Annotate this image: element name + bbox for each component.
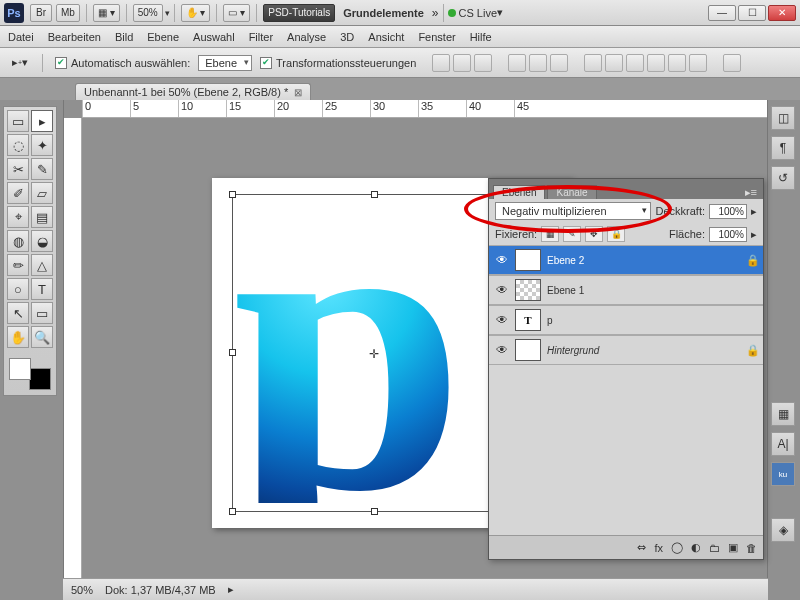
dist-4-icon[interactable] xyxy=(647,54,665,72)
tab-kanaele[interactable]: Kanäle xyxy=(547,185,596,199)
menu-datei[interactable]: Datei xyxy=(8,31,34,43)
fg-swatch[interactable] xyxy=(9,358,31,380)
menu-3d[interactable]: 3D xyxy=(340,31,354,43)
layer-mask-icon[interactable]: ◯ xyxy=(671,541,683,554)
menu-analyse[interactable]: Analyse xyxy=(287,31,326,43)
tool-wand[interactable]: ✦ xyxy=(31,134,53,156)
dist-1-icon[interactable] xyxy=(584,54,602,72)
transform-box[interactable]: ✛ xyxy=(232,194,518,512)
align-vcenter-icon[interactable] xyxy=(453,54,471,72)
layer-row[interactable]: 👁PEbene 2🔒 xyxy=(489,245,763,275)
more-arrow-icon[interactable]: » xyxy=(432,6,439,20)
auto-align-icon[interactable] xyxy=(723,54,741,72)
layer-thumb[interactable] xyxy=(515,339,541,361)
color-swatches[interactable] xyxy=(7,356,53,392)
transform-controls-checkbox[interactable]: ✔Transformationssteuerungen xyxy=(260,57,416,69)
lock-all-icon[interactable]: 🔒 xyxy=(607,226,625,242)
close-tab-icon[interactable]: ⊠ xyxy=(294,87,302,98)
align-hcenter-icon[interactable] xyxy=(529,54,547,72)
document-tab[interactable]: Unbenannt-1 bei 50% (Ebene 2, RGB/8) * ⊠ xyxy=(75,83,311,100)
status-zoom[interactable]: 50% xyxy=(71,584,93,596)
menu-bearbeiten[interactable]: Bearbeiten xyxy=(48,31,101,43)
layer-thumb[interactable]: T xyxy=(515,309,541,331)
visibility-icon[interactable]: 👁 xyxy=(489,253,515,267)
menu-ansicht[interactable]: Ansicht xyxy=(368,31,404,43)
handle-bl[interactable] xyxy=(229,508,236,515)
close-button[interactable]: ✕ xyxy=(768,5,796,21)
fill-field[interactable]: 100% xyxy=(709,227,747,242)
view-mode-button[interactable]: ▦ ▾ xyxy=(93,4,120,22)
dist-5-icon[interactable] xyxy=(668,54,686,72)
tool-type[interactable]: T xyxy=(31,278,53,300)
opacity-field[interactable]: 100% xyxy=(709,204,747,219)
menu-filter[interactable]: Filter xyxy=(249,31,273,43)
maximize-button[interactable]: ☐ xyxy=(738,5,766,21)
dock-kuler-icon[interactable]: ku xyxy=(771,462,795,486)
layer-name[interactable]: p xyxy=(547,315,743,326)
new-group-icon[interactable]: 🗀 xyxy=(709,542,720,554)
minimize-button[interactable]: — xyxy=(708,5,736,21)
link-layers-icon[interactable]: ⇔ xyxy=(637,541,646,554)
tool-lasso[interactable]: ◌ xyxy=(7,134,29,156)
status-doc-info[interactable]: Dok: 1,37 MB/4,37 MB xyxy=(105,584,216,596)
hand-mode-icon[interactable]: ✋ ▾ xyxy=(181,4,211,22)
menu-auswahl[interactable]: Auswahl xyxy=(193,31,235,43)
status-arrow-icon[interactable]: ▸ xyxy=(228,583,234,596)
tool-path[interactable]: ↖ xyxy=(7,302,29,324)
minibridge-button[interactable]: Mb xyxy=(56,4,80,22)
zoom-selector[interactable]: 50% xyxy=(133,4,163,22)
layer-name[interactable]: Ebene 1 xyxy=(547,285,743,296)
auto-select-checkbox[interactable]: ✔Automatisch auswählen: xyxy=(55,57,190,69)
tab-ebenen[interactable]: Ebenen xyxy=(493,185,545,199)
dock-swatches-icon[interactable]: ▦ xyxy=(771,402,795,426)
auto-select-target[interactable]: Ebene xyxy=(198,55,252,71)
tool-brush[interactable]: ▱ xyxy=(31,182,53,204)
tool-marquee[interactable]: ▭ xyxy=(7,110,29,132)
menu-bild[interactable]: Bild xyxy=(115,31,133,43)
tool-pen[interactable]: ○ xyxy=(7,278,29,300)
screen-mode-icon[interactable]: ▭ ▾ xyxy=(223,4,250,22)
layer-row[interactable]: 👁Ebene 1 xyxy=(489,275,763,305)
lock-position-icon[interactable]: ✥ xyxy=(585,226,603,242)
bridge-button[interactable]: Br xyxy=(30,4,52,22)
dock-history-icon[interactable]: ↺ xyxy=(771,166,795,190)
new-layer-icon[interactable]: ▣ xyxy=(728,541,738,554)
menu-ebene[interactable]: Ebene xyxy=(147,31,179,43)
tool-hand[interactable]: ✋ xyxy=(7,326,29,348)
cslive-button[interactable]: CS Live ▾ xyxy=(448,6,504,19)
workspace-select[interactable]: PSD-Tutorials xyxy=(263,4,335,22)
opacity-slider-icon[interactable]: ▸ xyxy=(751,205,757,218)
align-left-icon[interactable] xyxy=(508,54,526,72)
tool-dodge[interactable]: △ xyxy=(31,254,53,276)
tool-eyedropper[interactable]: ✎ xyxy=(31,158,53,180)
lock-transparency-icon[interactable]: ▦ xyxy=(541,226,559,242)
bg-swatch[interactable] xyxy=(29,368,51,390)
adjustment-layer-icon[interactable]: ◐ xyxy=(691,541,701,554)
active-tool-icon[interactable]: ▸+ ▾ xyxy=(10,53,30,73)
menu-fenster[interactable]: Fenster xyxy=(418,31,455,43)
lock-pixels-icon[interactable]: ✎ xyxy=(563,226,581,242)
tool-crop[interactable]: ✂ xyxy=(7,158,29,180)
menu-hilfe[interactable]: Hilfe xyxy=(470,31,492,43)
dist-3-icon[interactable] xyxy=(626,54,644,72)
fill-slider-icon[interactable]: ▸ xyxy=(751,228,757,241)
layer-row[interactable]: 👁Tp xyxy=(489,305,763,335)
visibility-icon[interactable]: 👁 xyxy=(489,343,515,357)
tool-heal[interactable]: ✐ xyxy=(7,182,29,204)
layer-name[interactable]: Ebene 2 xyxy=(547,255,743,266)
layer-thumb[interactable]: P xyxy=(515,249,541,271)
tool-eraser[interactable]: ◍ xyxy=(7,230,29,252)
handle-tc[interactable] xyxy=(371,191,378,198)
tool-zoom[interactable]: 🔍 xyxy=(31,326,53,348)
tool-gradient[interactable]: ◒ xyxy=(31,230,53,252)
panel-menu-icon[interactable]: ▸≡ xyxy=(745,186,757,199)
handle-ml[interactable] xyxy=(229,349,236,356)
dock-character-icon[interactable]: A| xyxy=(771,432,795,456)
align-top-icon[interactable] xyxy=(432,54,450,72)
layers-panel[interactable]: Ebenen Kanäle ▸≡ Negativ multiplizieren … xyxy=(488,178,764,560)
layer-thumb[interactable] xyxy=(515,279,541,301)
handle-tl[interactable] xyxy=(229,191,236,198)
tool-blur[interactable]: ✏ xyxy=(7,254,29,276)
dock-layers-icon[interactable]: ◈ xyxy=(771,518,795,542)
dist-6-icon[interactable] xyxy=(689,54,707,72)
